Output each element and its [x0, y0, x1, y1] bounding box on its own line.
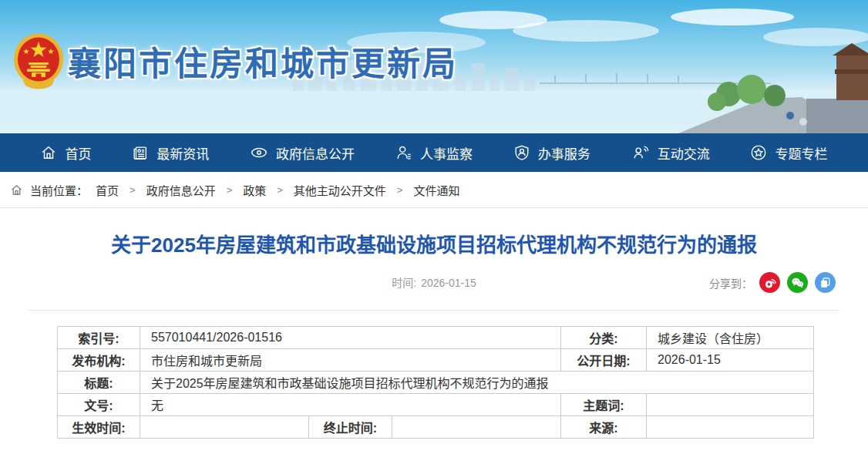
- nav-item-personnel[interactable]: 人事监察: [395, 143, 473, 163]
- person-icon: [395, 144, 412, 161]
- source-label: 来源:: [561, 416, 647, 439]
- article-meta-row: 时间:2026-01-15 分享到：: [0, 272, 868, 294]
- main-nav: 首页 最新资讯 政府信息公开 人事监察 办事服务 互动交流: [0, 133, 868, 172]
- publish-date-label: 公开日期:: [561, 349, 647, 372]
- share-wechat-icon[interactable]: [787, 272, 808, 293]
- breadcrumb: 当前位置： 首页 > 政府信息公开 > 政策 > 其他主动公开文件 > 文件通知: [0, 172, 868, 208]
- keywords-value: [647, 394, 814, 416]
- nav-item-home[interactable]: 首页: [40, 143, 91, 163]
- share-label: 分享到：: [709, 275, 752, 291]
- news-icon: [132, 144, 149, 161]
- doc-title-value: 关于2025年房屋建筑和市政基础设施项目招标代理机构不规范行为的通报: [140, 372, 814, 394]
- nav-item-label: 政府信息公开: [276, 143, 355, 163]
- share-bar: 分享到：: [709, 272, 836, 293]
- breadcrumb-item-other-docs[interactable]: 其他主动公开文件: [294, 182, 386, 198]
- table-row: 索引号: 557010441/2026-01516 分类: 城乡建设（含住房）: [58, 327, 814, 349]
- home-icon: [40, 144, 57, 161]
- nav-item-label: 首页: [65, 143, 91, 163]
- table-row: 发布机构: 市住房和城市更新局 公开日期: 2026-01-15: [58, 349, 814, 372]
- expiry-date-value: [392, 416, 561, 439]
- expiry-date-label: 终止时间:: [309, 416, 392, 439]
- doc-number-value: 无: [140, 394, 561, 416]
- nav-item-label: 人事监察: [420, 143, 473, 163]
- chat-icon: [631, 144, 650, 161]
- category-label: 分类:: [561, 327, 647, 349]
- effective-date-value: [140, 416, 309, 439]
- breadcrumb-separator: >: [227, 184, 233, 196]
- doc-title-label: 标题:: [58, 372, 140, 394]
- article-main: 关于2025年房屋建筑和市政基础设施项目招标代理机构不规范行为的通报 时间:20…: [0, 231, 868, 439]
- nav-item-gov-info[interactable]: 政府信息公开: [250, 143, 355, 163]
- nav-item-special-topics[interactable]: 专题专栏: [750, 143, 827, 163]
- keywords-label: 主题词:: [561, 394, 647, 416]
- breadcrumb-separator: >: [397, 184, 403, 196]
- breadcrumb-home-icon: [10, 183, 23, 197]
- site-banner: 襄阳市住房和城市更新局: [0, 0, 868, 133]
- table-row: 生效时间: 终止时间: 来源:: [58, 416, 814, 439]
- eye-icon: [250, 144, 268, 161]
- breadcrumb-item-home[interactable]: 首页: [96, 182, 119, 198]
- share-weibo-icon[interactable]: [759, 272, 780, 293]
- time-value: 2026-01-15: [421, 277, 476, 289]
- nav-item-services[interactable]: 办事服务: [513, 143, 590, 163]
- breadcrumb-separator: >: [130, 184, 136, 196]
- index-number-value: 557010441/2026-01516: [140, 327, 561, 349]
- star-icon: [750, 144, 767, 161]
- nav-item-label: 专题专栏: [775, 143, 827, 163]
- shield-icon: [513, 144, 530, 161]
- doc-number-label: 文号:: [58, 394, 140, 416]
- table-row: 文号: 无 主题词:: [58, 394, 814, 416]
- table-row: 标题: 关于2025年房屋建筑和市政基础设施项目招标代理机构不规范行为的通报: [58, 372, 814, 394]
- nav-item-label: 互动交流: [658, 143, 710, 163]
- category-value: 城乡建设（含住房）: [647, 327, 814, 349]
- publish-date-value: 2026-01-15: [647, 349, 814, 372]
- site-title[interactable]: 襄阳市住房和城市更新局: [68, 37, 458, 85]
- effective-date-label: 生效时间:: [58, 416, 140, 439]
- nav-item-label: 最新资讯: [156, 143, 209, 163]
- nav-item-news[interactable]: 最新资讯: [132, 143, 209, 163]
- share-copylink-icon[interactable]: [815, 272, 836, 293]
- breadcrumb-item-policy[interactable]: 政策: [243, 182, 266, 198]
- publisher-value: 市住房和城市更新局: [140, 349, 561, 372]
- content-divider: [29, 310, 839, 311]
- national-emblem: [12, 32, 66, 92]
- breadcrumb-location-label: 当前位置：: [30, 182, 88, 198]
- breadcrumb-separator: >: [277, 184, 283, 196]
- time-label: 时间:: [392, 277, 416, 289]
- source-value: [647, 416, 814, 439]
- nav-item-interaction[interactable]: 互动交流: [631, 143, 710, 163]
- nav-item-label: 办事服务: [538, 143, 590, 163]
- publisher-label: 发布机构:: [58, 349, 140, 372]
- index-number-label: 索引号:: [58, 327, 140, 349]
- article-title: 关于2025年房屋建筑和市政基础设施项目招标代理机构不规范行为的通报: [46, 231, 822, 259]
- breadcrumb-item-gov-info[interactable]: 政府信息公开: [146, 182, 216, 198]
- document-meta-table: 索引号: 557010441/2026-01516 分类: 城乡建设（含住房） …: [57, 326, 814, 439]
- breadcrumb-item-doc-notice[interactable]: 文件通知: [413, 182, 459, 198]
